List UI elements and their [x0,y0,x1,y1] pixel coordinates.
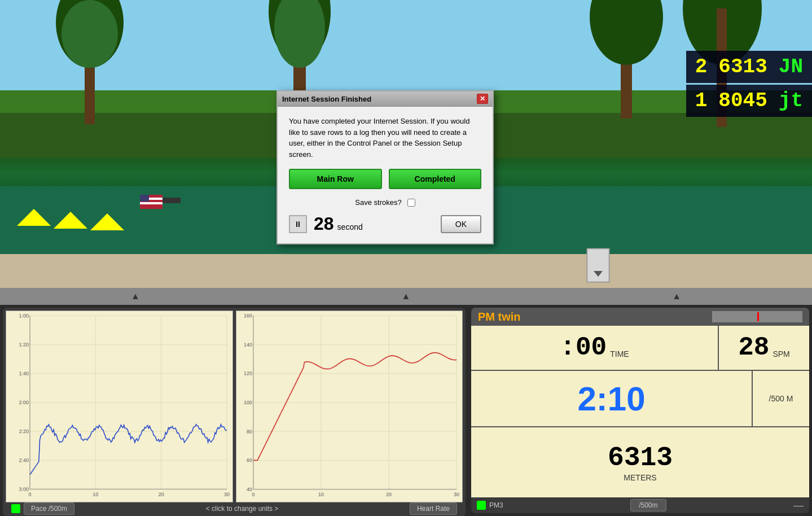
pace-chart-canvas [6,311,232,502]
dialog-titlebar: Internet Session Finished ✕ [278,91,493,107]
score-rank-1: 2 [695,55,708,78]
scroll-arrow-left[interactable]: ▲ [131,291,140,301]
timer-number: 28 [314,213,334,234]
scroll-arrows-bar: ▲ ▲ ▲ [0,288,812,305]
pm-display: :00 TIME 28 SPM 2:10 /500 M [471,326,809,497]
pm-pace-unit-cell: /500 M [753,371,809,426]
pace-unit-button[interactable]: Pace /500m [24,502,74,515]
pm-indicator-label: PM3 [489,501,503,509]
pm-row-time-spm: :00 TIME 28 SPM [471,326,809,371]
score-meters-1: 6313 [718,55,767,78]
scroll-arrow-right[interactable]: ▲ [672,291,681,301]
svg-rect-19 [140,198,163,200]
dialog-message: You have completed your Internet Session… [289,116,481,160]
pm-bottom-bar: PM3 /500m — [471,497,809,513]
score-meters-2: 8045 [718,89,767,112]
svg-rect-20 [140,202,163,204]
svg-rect-22 [0,254,812,288]
timer-unit: second [337,222,363,231]
pm-meters-label: METERS [624,473,656,482]
scoreboard-row2: 1 8045 jt [686,85,812,117]
score-rank-2: 1 [695,89,708,112]
pm-header: PM twin [471,308,809,326]
charts-area: Pace /500m < click to change units > Hea… [3,308,466,516]
pm-pace-unit: /500 M [769,394,793,403]
chart-bottom-bar: Pace /500m < click to change units > Hea… [6,502,463,515]
svg-marker-16 [90,213,124,230]
dialog-title: Internet Session Finished [282,95,371,103]
svg-rect-21 [140,195,149,202]
pm-pace-cell: 2:10 [471,371,753,426]
pm-spm-value: 28 [738,333,769,362]
hr-chart-canvas [236,311,463,502]
save-strokes-label: Save strokes? [355,198,401,207]
green-indicator-left [11,504,20,513]
pm-row-meters: 6313 METERS [471,427,809,497]
completed-button[interactable]: Completed [389,169,482,189]
pm-title: PM twin [478,311,521,323]
pm-spm-unit: SPM [773,349,789,365]
pm-meters-value: 6313 [608,443,673,473]
dialog-internet-session-finished: Internet Session Finished ✕ You have com… [276,90,494,244]
pm-bottom-separator: — [793,500,804,511]
svg-marker-15 [54,212,87,229]
pm-units-button[interactable]: /500m [630,499,666,511]
dialog-save-strokes-row: Save strokes? [289,198,481,207]
save-strokes-checkbox[interactable] [407,199,415,207]
pace-chart [6,311,233,502]
hr-chart [236,311,463,502]
pm-panel: PM twin :00 TIME 28 SPM 2:10 [471,308,809,513]
svg-rect-24 [588,250,608,281]
pm-time-cell: :00 TIME [471,326,719,370]
dialog-body: You have completed your Internet Session… [278,107,493,243]
dialog-bottom-row: ⏸ 28 second OK [289,213,481,234]
svg-marker-25 [594,271,603,277]
heart-rate-button[interactable]: Heart Rate [410,502,457,515]
pm-row-pace: 2:10 /500 M [471,371,809,427]
scroll-arrow-center[interactable]: ▲ [402,291,411,301]
pm-spm-cell: 28 SPM [719,326,809,370]
dialog-action-buttons: Main Row Completed [289,169,481,189]
pm-time-unit: TIME [610,349,629,365]
svg-rect-23 [587,248,609,282]
pm-pace-value: 2:10 [577,379,645,418]
svg-rect-18 [140,195,163,209]
pm-meters-cell: 6313 METERS [471,427,809,497]
pm-indicator-bar [712,311,802,322]
pm-green-indicator [477,501,486,510]
pm-indicator-mark [757,312,759,321]
bottom-panel: Pace /500m < click to change units > Hea… [0,305,812,516]
svg-rect-17 [147,198,181,203]
charts-row [6,311,463,502]
pause-button[interactable]: ⏸ [289,215,307,233]
svg-marker-14 [17,209,51,226]
dialog-close-button[interactable]: ✕ [477,94,488,104]
ok-button[interactable]: OK [441,215,481,233]
main-row-button[interactable]: Main Row [289,169,382,189]
pm-time-value: :00 [560,333,607,362]
scoreboard-row1: 2 6313 JN [686,51,812,83]
score-initials-1: JN [779,55,803,78]
dialog-timer: 28 second [314,213,363,234]
change-units-label: < click to change units > [206,505,279,513]
score-initials-2: jt [779,89,803,112]
